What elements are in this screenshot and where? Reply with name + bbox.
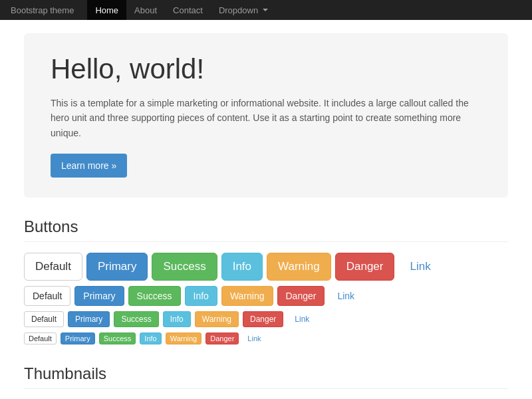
btn-info-md[interactable]: Info: [185, 286, 217, 306]
nav-item-home[interactable]: Home: [87, 0, 126, 20]
buttons-section: Buttons Default Primary Success Info War…: [24, 217, 508, 344]
buttons-section-title: Buttons: [24, 217, 508, 242]
hero-description: This is a template for a simple marketin…: [51, 96, 476, 140]
btn-danger-lg[interactable]: Danger: [335, 253, 395, 281]
btn-warning-md[interactable]: Warning: [221, 286, 273, 306]
navbar: Bootstrap theme Home About Contact Dropd…: [0, 0, 532, 20]
buttons-row-xsmall: Default Primary Success Info Warning Dan…: [24, 332, 508, 344]
thumbnails-section-title: Thumbnails: [24, 364, 508, 389]
nav-item-about[interactable]: About: [126, 0, 165, 20]
nav-item-dropdown[interactable]: Dropdown: [211, 0, 276, 20]
main-content: Hello, world! This is a template for a s…: [13, 20, 519, 399]
hero-unit: Hello, world! This is a template for a s…: [24, 33, 508, 198]
buttons-row-small: Default Primary Success Info Warning Dan…: [24, 311, 508, 327]
btn-default-md[interactable]: Default: [24, 286, 70, 306]
btn-primary-xs[interactable]: Primary: [61, 332, 95, 344]
btn-link-lg[interactable]: Link: [398, 253, 442, 281]
dropdown-caret-icon: [263, 9, 268, 11]
btn-danger-sm[interactable]: Danger: [243, 311, 283, 327]
btn-warning-sm[interactable]: Warning: [195, 311, 239, 327]
btn-link-sm[interactable]: Link: [287, 311, 317, 327]
btn-warning-lg[interactable]: Warning: [267, 253, 331, 281]
btn-default-sm[interactable]: Default: [24, 311, 64, 327]
btn-success-sm[interactable]: Success: [114, 311, 158, 327]
navbar-brand[interactable]: Bootstrap theme: [11, 5, 74, 15]
thumbnails-section: Thumbnails 200x200: [24, 364, 508, 399]
nav-items: Home About Contact Dropdown: [87, 0, 276, 20]
btn-primary-md[interactable]: Primary: [74, 286, 124, 306]
btn-success-md[interactable]: Success: [128, 286, 181, 306]
btn-danger-xs[interactable]: Danger: [205, 332, 239, 344]
btn-info-sm[interactable]: Info: [163, 311, 191, 327]
btn-danger-md[interactable]: Danger: [277, 286, 325, 306]
btn-default-lg[interactable]: Default: [24, 253, 82, 281]
btn-link-xs[interactable]: Link: [243, 332, 265, 344]
btn-default-xs[interactable]: Default: [24, 332, 57, 344]
btn-info-xs[interactable]: Info: [140, 332, 161, 344]
btn-warning-xs[interactable]: Warning: [166, 332, 202, 344]
nav-item-dropdown-label: Dropdown: [219, 5, 258, 15]
nav-item-contact[interactable]: Contact: [165, 0, 211, 20]
buttons-row-large: Default Primary Success Info Warning Dan…: [24, 253, 508, 281]
btn-info-lg[interactable]: Info: [221, 253, 263, 281]
btn-link-md[interactable]: Link: [329, 286, 363, 306]
btn-success-xs[interactable]: Success: [99, 332, 136, 344]
btn-primary-sm[interactable]: Primary: [68, 311, 110, 327]
btn-primary-lg[interactable]: Primary: [86, 253, 148, 281]
hero-title: Hello, world!: [51, 53, 481, 85]
learn-more-button[interactable]: Learn more »: [51, 154, 127, 178]
buttons-row-medium: Default Primary Success Info Warning Dan…: [24, 286, 508, 306]
btn-success-lg[interactable]: Success: [152, 253, 217, 281]
